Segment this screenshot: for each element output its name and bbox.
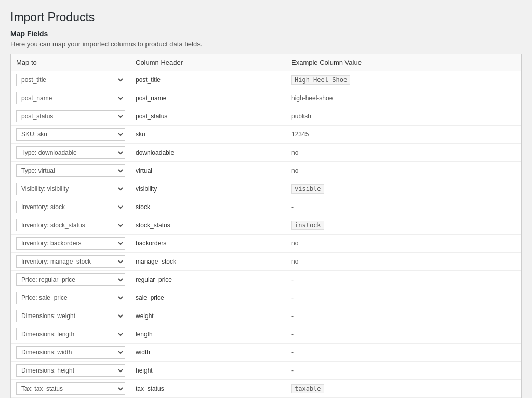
example-value-7: -	[286, 198, 521, 216]
column-header-12: sale_price	[130, 289, 286, 307]
column-header-17: tax_status	[130, 380, 286, 398]
table-row: Price: regular_priceregular_price-	[11, 271, 521, 289]
column-header-16: height	[130, 362, 286, 380]
table-row: Dimensions: widthwidth-	[11, 344, 521, 362]
table-row: Visibility: visibilityvisibilityvisible	[11, 180, 521, 198]
map-select-12[interactable]: Price: sale_price	[16, 292, 125, 304]
example-value-10: no	[286, 253, 521, 271]
table-row: Inventory: backordersbackordersno	[11, 235, 521, 253]
example-value-6: visible	[286, 180, 521, 198]
example-value-2: publish	[286, 107, 521, 126]
map-select-1[interactable]: post_name	[16, 92, 125, 104]
column-header-6: visibility	[130, 180, 286, 198]
example-value-15: -	[286, 344, 521, 362]
table-row: Inventory: stockstock-	[11, 198, 521, 216]
map-select-17[interactable]: Tax: tax_status	[16, 382, 125, 395]
map-select-16[interactable]: Dimensions: height	[16, 364, 125, 377]
column-header-9: backorders	[130, 235, 286, 253]
column-header-13: weight	[130, 307, 286, 325]
column-header-10: manage_stock	[130, 253, 286, 271]
column-header-11: regular_price	[130, 271, 286, 289]
example-value-1: high-heel-shoe	[286, 89, 521, 107]
table-row: post_titlepost_titleHigh Heel Shoe	[11, 71, 521, 89]
example-value-14: -	[286, 325, 521, 344]
table-row: post_statuspost_statuspublish	[11, 107, 521, 126]
example-value-5: no	[286, 162, 521, 180]
col-header-example: Example Column Value	[286, 54, 521, 71]
example-value-12: -	[286, 289, 521, 307]
table-row: Price: sale_pricesale_price-	[11, 289, 521, 307]
section-title: Map Fields	[10, 30, 522, 38]
table-row: Type: downloadabledownloadableno	[11, 144, 521, 162]
example-value-17: taxable	[286, 380, 521, 398]
example-value-4: no	[286, 144, 521, 162]
column-header-2: post_status	[130, 107, 286, 126]
column-header-14: length	[130, 325, 286, 344]
map-select-10[interactable]: Inventory: manage_stock	[16, 255, 125, 268]
example-value-3: 12345	[286, 126, 521, 144]
map-select-15[interactable]: Dimensions: width	[16, 346, 125, 359]
map-select-9[interactable]: Inventory: backorders	[16, 237, 125, 250]
map-select-6[interactable]: Visibility: visibility	[16, 183, 125, 195]
example-value-0: High Heel Shoe	[286, 71, 521, 89]
table-row: Dimensions: heightheight-	[11, 362, 521, 380]
column-header-0: post_title	[130, 71, 286, 89]
table-row: Type: virtualvirtualno	[11, 162, 521, 180]
example-value-13: -	[286, 307, 521, 325]
map-select-8[interactable]: Inventory: stock_status	[16, 219, 125, 231]
column-header-4: downloadable	[130, 144, 286, 162]
column-header-5: virtual	[130, 162, 286, 180]
map-select-11[interactable]: Price: regular_price	[16, 273, 125, 286]
table-row: SKU: skusku12345	[11, 126, 521, 144]
map-select-2[interactable]: post_status	[16, 110, 125, 122]
column-header-8: stock_status	[130, 216, 286, 235]
column-header-3: sku	[130, 126, 286, 144]
column-header-1: post_name	[130, 89, 286, 107]
example-value-8: instock	[286, 216, 521, 235]
map-select-7[interactable]: Inventory: stock	[16, 201, 125, 213]
table-row: Dimensions: weightweight-	[11, 307, 521, 325]
map-select-5[interactable]: Type: virtual	[16, 164, 125, 177]
table-row: Inventory: stock_statusstock_statusinsto…	[11, 216, 521, 235]
map-select-14[interactable]: Dimensions: length	[16, 328, 125, 340]
map-select-13[interactable]: Dimensions: weight	[16, 310, 125, 322]
map-select-3[interactable]: SKU: sku	[16, 128, 125, 141]
table-row: post_namepost_namehigh-heel-shoe	[11, 89, 521, 107]
column-header-15: width	[130, 344, 286, 362]
page-title: Import Products	[10, 10, 522, 24]
col-header-map-to: Map to	[11, 54, 130, 71]
section-desc: Here you can map your imported columns t…	[10, 40, 522, 48]
table-row: Dimensions: lengthlength-	[11, 325, 521, 344]
table-row: Tax: tax_statustax_statustaxable	[11, 380, 521, 398]
map-select-4[interactable]: Type: downloadable	[16, 146, 125, 159]
map-select-0[interactable]: post_title	[16, 74, 125, 86]
column-header-7: stock	[130, 198, 286, 216]
example-value-9: no	[286, 235, 521, 253]
example-value-16: -	[286, 362, 521, 380]
col-header-column: Column Header	[130, 54, 286, 71]
map-table-container: Map to Column Header Example Column Valu…	[10, 54, 522, 398]
table-row: Inventory: manage_stockmanage_stockno	[11, 253, 521, 271]
map-table: Map to Column Header Example Column Valu…	[11, 54, 521, 398]
example-value-11: -	[286, 271, 521, 289]
